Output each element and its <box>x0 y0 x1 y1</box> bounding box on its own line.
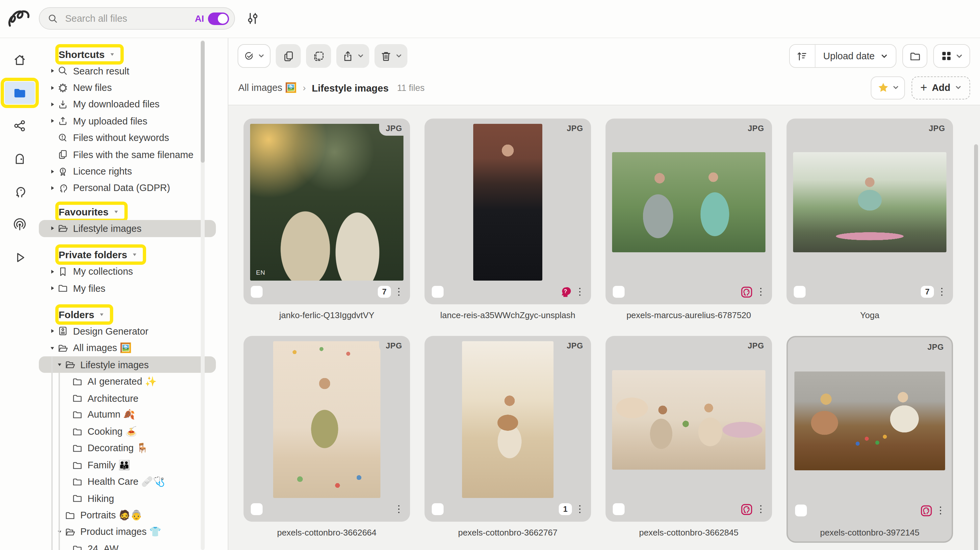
format-badge: JPG <box>379 341 406 353</box>
sidebar-item-architecture[interactable]: Architecture <box>39 390 207 407</box>
media-play-icon <box>12 250 27 265</box>
sidebar-item-new-files[interactable]: New files <box>39 80 207 96</box>
sidebar-item-product-images[interactable]: Product images 👕 <box>39 524 207 540</box>
file-tile[interactable]: JPG7 <box>786 118 953 304</box>
move-button[interactable] <box>306 44 331 68</box>
more-options-button[interactable] <box>757 503 765 515</box>
add-button[interactable]: + Add <box>912 76 970 99</box>
more-options-button[interactable] <box>757 286 765 298</box>
sidebar-item-my-downloaded-files[interactable]: My downloaded files <box>39 96 207 113</box>
sidebar-item-health-care[interactable]: Health Care 🩹🩺 <box>39 473 207 490</box>
sort-direction-icon[interactable] <box>790 45 815 67</box>
copy-button[interactable] <box>276 44 301 68</box>
caret-right-icon[interactable] <box>47 118 57 124</box>
sidebar-item-decorating[interactable]: Decorating 🪑 <box>39 440 207 457</box>
section-header-private-folders[interactable]: Private folders <box>39 246 207 263</box>
sidebar-item-lifestyle-images[interactable]: Lifestyle images <box>39 220 216 237</box>
select-checkbox[interactable] <box>613 286 625 298</box>
sidebar-scrollbar[interactable] <box>201 41 205 163</box>
search-input[interactable] <box>64 13 195 24</box>
rail-item-personal-data[interactable] <box>0 177 39 206</box>
sidebar-item-design-generator[interactable]: Design Generator <box>39 323 207 340</box>
sidebar-item-all-images[interactable]: All images 🖼️ <box>39 340 207 356</box>
select-button[interactable] <box>238 44 270 68</box>
grid-view-button[interactable] <box>933 44 970 68</box>
caret-right-icon[interactable] <box>47 268 57 274</box>
file-tile[interactable]: JPG1 <box>425 336 591 522</box>
file-tile[interactable]: ENJPG7 <box>243 118 410 304</box>
sidebar-item-my-uploaded-files[interactable]: My uploaded files <box>39 113 207 129</box>
download-icon <box>57 99 68 110</box>
caret-right-icon[interactable] <box>47 285 57 291</box>
sidebar-item-label: New files <box>73 82 112 93</box>
caret-right-icon[interactable] <box>47 102 57 107</box>
more-options-button[interactable] <box>395 286 403 298</box>
sidebar-item-my-collections[interactable]: My collections <box>39 263 207 280</box>
sidebar-item-24-aw[interactable]: 24_AW <box>39 540 207 550</box>
sidebar-item-portraits[interactable]: Portraits 🧔👵 <box>39 507 207 524</box>
sort-control[interactable]: Upload date <box>789 44 896 68</box>
file-name: pexels-cottonbro-3662767 <box>425 522 591 537</box>
rail-item-share[interactable] <box>0 111 39 140</box>
file-tile[interactable]: JPG <box>243 336 410 522</box>
more-options-button[interactable] <box>576 503 584 515</box>
breadcrumb-parent[interactable]: All images 🖼️ <box>238 82 297 93</box>
caret-right-icon[interactable] <box>47 168 57 174</box>
sidebar-item-my-files[interactable]: My files <box>39 280 207 297</box>
file-tile[interactable]: JPG? <box>425 118 591 304</box>
rail-item-media-play[interactable] <box>0 243 39 272</box>
select-checkbox[interactable] <box>432 503 444 515</box>
select-checkbox[interactable] <box>795 505 807 517</box>
caret-down-icon[interactable] <box>47 345 57 351</box>
main-scrollbar[interactable] <box>974 144 978 550</box>
sidebar-item-hiking[interactable]: Hiking <box>39 490 207 507</box>
sidebar-item-licence-rights[interactable]: Licence rights <box>39 163 207 180</box>
ai-toggle[interactable] <box>208 12 229 25</box>
caret-right-icon[interactable] <box>47 185 57 191</box>
sidebar-item-cooking[interactable]: Cooking 🍝 <box>39 423 207 440</box>
folder-icon <box>72 476 83 488</box>
more-options-button[interactable] <box>395 503 403 515</box>
folder-view-button[interactable] <box>902 44 928 68</box>
more-options-button[interactable] <box>938 286 946 298</box>
app-logo[interactable] <box>7 8 31 29</box>
file-name: pexels-cottonbro-3662664 <box>243 522 410 537</box>
select-checkbox[interactable] <box>432 286 444 298</box>
select-checkbox[interactable] <box>251 286 262 298</box>
sidebar-item-search-result[interactable]: Search result <box>39 62 207 80</box>
section-header-shortcuts[interactable]: Shortcuts <box>39 45 207 62</box>
sidebar-item-files-with-the-same-filename[interactable]: Files with the same filename <box>39 146 207 163</box>
rail-item-files[interactable] <box>0 78 39 107</box>
sidebar-item-lifestyle-images[interactable]: Lifestyle images <box>39 356 216 373</box>
sidebar-item-autumn[interactable]: Autumn 🍂 <box>39 407 207 424</box>
rail-item-home[interactable] <box>0 45 39 75</box>
folder-icon <box>65 510 76 521</box>
rail-item-broadcast[interactable] <box>0 210 39 239</box>
share-button[interactable] <box>336 44 369 68</box>
more-options-button[interactable] <box>937 505 945 517</box>
file-tile[interactable]: JPG <box>606 118 772 304</box>
sidebar-item-files-without-keywords[interactable]: Files without keywords <box>39 129 207 146</box>
sidebar-item-ai-generated[interactable]: AI generated ✨ <box>39 373 207 390</box>
favourite-button[interactable] <box>871 76 905 99</box>
caret-right-icon[interactable] <box>47 226 57 231</box>
more-options-button[interactable] <box>576 286 584 298</box>
rail-item-door[interactable] <box>0 144 39 173</box>
section-header-folders[interactable]: Folders <box>39 306 207 323</box>
select-checkbox[interactable] <box>251 503 262 515</box>
caret-right-icon[interactable] <box>47 84 57 91</box>
file-tile[interactable]: JPGpexels-cottonbro-3972145 <box>786 336 953 543</box>
section-header-favourites[interactable]: Favourites <box>39 203 207 220</box>
caret-down-icon[interactable] <box>54 362 65 368</box>
caret-right-icon[interactable] <box>47 328 57 334</box>
sidebar-item-personal-data-gdpr[interactable]: Personal Data (GDPR) <box>39 180 207 196</box>
search-filters-icon[interactable] <box>245 11 261 26</box>
main-header: Upload date All images 🖼️ › Lifestyle im… <box>228 38 980 105</box>
delete-icon <box>380 50 392 62</box>
caret-right-icon[interactable] <box>47 68 57 74</box>
delete-button[interactable] <box>374 44 407 68</box>
file-tile[interactable]: JPG <box>606 336 772 522</box>
select-checkbox[interactable] <box>613 503 625 515</box>
select-checkbox[interactable] <box>794 286 806 298</box>
sidebar-item-family[interactable]: Family 👪 <box>39 457 207 473</box>
